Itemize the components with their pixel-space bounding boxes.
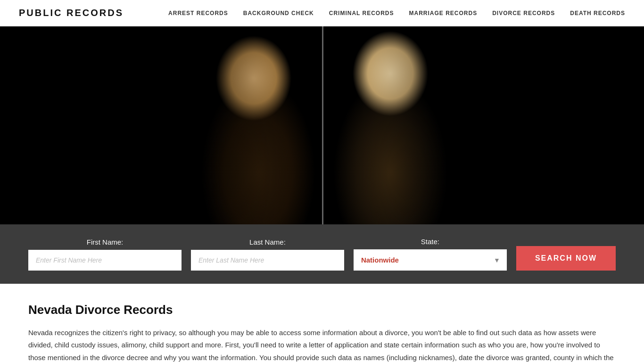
last-name-input[interactable]: [191, 250, 344, 271]
state-field: State: NationwideAlabamaAlaskaArizonaArk…: [354, 238, 507, 271]
first-name-field: First Name:: [28, 238, 182, 271]
state-select[interactable]: NationwideAlabamaAlaskaArizonaArkansasCa…: [354, 249, 507, 271]
search-now-button[interactable]: SEARCH NOW: [516, 246, 616, 271]
nav-background-check[interactable]: BACKGROUND CHECK: [243, 10, 314, 16]
last-name-label: Last Name:: [191, 238, 344, 246]
state-select-wrapper: NationwideAlabamaAlaskaArizonaArkansasCa…: [354, 249, 507, 271]
nav-arrest-records[interactable]: ARREST RECORDS: [168, 10, 228, 16]
last-name-field: Last Name:: [191, 238, 344, 271]
nav-marriage-records[interactable]: MARRIAGE RECORDS: [409, 10, 478, 16]
main-nav: ARREST RECORDS BACKGROUND CHECK CRIMINAL…: [168, 10, 625, 16]
state-label: State:: [354, 238, 507, 246]
hero-section: [0, 26, 644, 224]
first-name-input[interactable]: [28, 250, 182, 271]
hero-divider: [322, 26, 323, 224]
search-bar: First Name: Last Name: State: Nationwide…: [0, 224, 644, 284]
nav-criminal-records[interactable]: CRIMINAL RECORDS: [329, 10, 394, 16]
content-body: Nevada recognizes the citizen's right to…: [28, 327, 616, 362]
page-title: Nevada Divorce Records: [28, 303, 616, 317]
main-content: Nevada Divorce Records Nevada recognizes…: [0, 284, 644, 362]
site-header: PUBLIC RECORDS ARREST RECORDS BACKGROUND…: [0, 0, 644, 26]
site-logo[interactable]: PUBLIC RECORDS: [19, 8, 124, 18]
hero-person-left: [185, 26, 322, 224]
first-name-label: First Name:: [28, 238, 182, 246]
nav-divorce-records[interactable]: DIVORCE RECORDS: [492, 10, 555, 16]
hero-person-right: [322, 26, 459, 224]
hero-image: [185, 26, 459, 224]
nav-death-records[interactable]: DEATH RECORDS: [570, 10, 625, 16]
